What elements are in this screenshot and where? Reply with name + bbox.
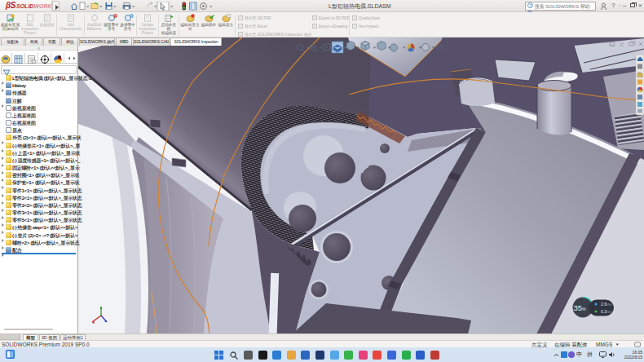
svg-text:?: ? [529, 2, 532, 7]
